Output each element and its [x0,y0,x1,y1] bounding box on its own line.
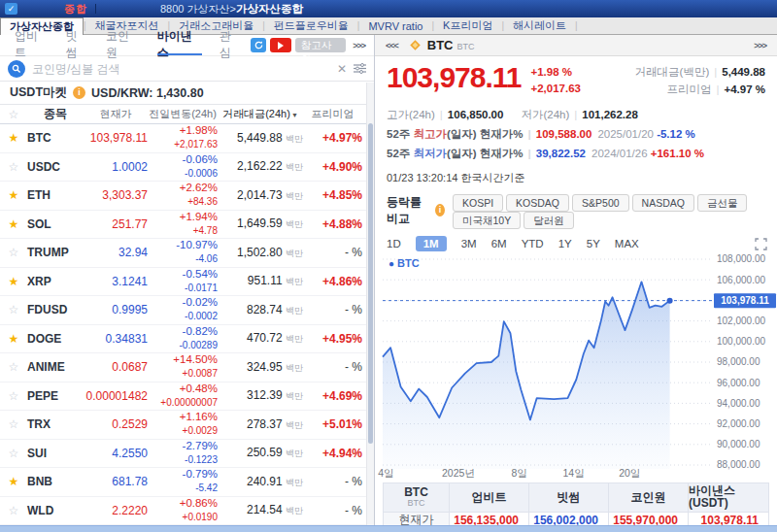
expand-right-icon[interactable]: >>> [754,41,766,50]
window-bottom-edge [0,525,777,532]
coin-symbol: PEPE [27,389,84,403]
range-ytd[interactable]: YTD [522,236,544,251]
tab-7[interactable]: 해시레이트 [504,17,575,34]
favorite-star[interactable]: ☆ [0,160,27,174]
coin-row[interactable]: ☆WLD2.2220+0.86%+0.0190214.54 백만- % [0,497,366,526]
filter-icon[interactable] [354,63,366,74]
exchange-subtab-bar: 업비트빗썸코인원바이낸스관심 참고사항 >>> [0,35,374,56]
compare-row: 등락률비교 i KOSPIKOSDAQS&P500NASDAQ금선물미국채10Y… [375,185,777,232]
fullscreen-icon[interactable] [755,238,767,250]
coin-symbol: ANIME [27,360,84,374]
exchange-col-4[interactable]: 바이낸스(USDT) [689,483,768,513]
coin-symbol: SUI [27,447,84,460]
favorite-star[interactable]: ★ [0,475,27,488]
favorite-star[interactable]: ★ [0,332,27,346]
tab-5[interactable]: MVRV ratio [359,17,431,34]
subtab-5[interactable]: 관심 [220,35,242,55]
coin-volume: 1,502.80 백만 [218,246,303,260]
compare-chip-7[interactable]: 달러원 [524,212,574,229]
coin-row[interactable]: ★BTC103,978.11+1.98%+2,017.635,449.88 백만… [0,124,366,153]
range-3m[interactable]: 3M [461,236,477,251]
window-title-path: 8800 가상자산> [160,3,236,15]
favorite-star[interactable]: ★ [0,275,27,288]
volume-value: 1,502.80 [237,246,286,259]
change-pct: -0.82% [183,325,218,337]
compare-chip-1[interactable]: KOSPI [453,194,503,212]
compare-chip-4[interactable]: NASDAQ [632,194,694,212]
header-volume[interactable]: 거래대금(24h)▼ [218,107,303,121]
range-5y[interactable]: 5Y [587,236,600,251]
range-1y[interactable]: 1Y [558,236,572,251]
subtab-3[interactable]: 코인원 [106,35,140,55]
favorite-star[interactable]: ★ [0,131,27,145]
header-change[interactable]: 전일변동(24h) [148,108,218,120]
price-chart[interactable]: ● BTC 108,000.00106,000.00104,000.00102,… [375,253,777,479]
coin-row[interactable]: ☆TRUMP32.94-10.97%-4.061,502.80 백만- % [0,239,366,268]
clear-search-icon[interactable]: ✕ [337,62,347,76]
exchange-col-3[interactable]: 코인원 [609,483,689,513]
compare-chip-2[interactable]: KOSDAQ [506,194,569,212]
tab-4[interactable]: 펀드플로우비율 [265,17,357,34]
header-symbol[interactable]: 종목 [27,106,84,122]
range-1d[interactable]: 1D [387,236,401,251]
compare-chip-3[interactable]: S&P500 [572,194,629,212]
coin-row[interactable]: ★ETH3,303.37+2.62%+84.362,014.73 백만+4.85… [0,182,366,211]
coin-row[interactable]: ☆FDUSD0.9995-0.02%-0.0002828.74 백만- % [0,296,366,325]
change-pct: +1.16% [180,411,218,422]
subtab-2[interactable]: 빗썸 [66,35,88,55]
change-pct: -0.79% [183,468,218,480]
coin-row[interactable]: ☆USDC1.0002-0.06%-0.00062,162.22 백만+4.90… [0,153,366,183]
header-premium[interactable]: 프리미엄 [303,107,366,121]
coin-row[interactable]: ☆SUI4.2550-2.79%-0.1223250.59 백만+4.94% [0,440,366,469]
search-input[interactable] [32,62,330,76]
coin-row[interactable]: ★XRP3.1241-0.54%-0.0171951.11 백만+4.86% [0,268,366,297]
coin-row[interactable]: ☆TRX0.2529+1.16%+0.0029278.37 백만+5.01% [0,411,366,440]
volume-unit: 백만 [286,306,303,316]
y-axis-label: 90,000.00 [717,439,760,449]
favorite-star[interactable]: ☆ [0,447,27,460]
exchange-col-2[interactable]: 빗썸 [529,483,609,513]
range-1m[interactable]: 1M [416,236,447,251]
favorite-star[interactable]: ☆ [0,246,27,259]
tab-6[interactable]: K프리미엄 [434,17,501,34]
favorite-star[interactable]: ☆ [0,504,27,517]
favorite-star[interactable]: ☆ [0,417,27,431]
favorite-star[interactable]: ☆ [0,360,27,374]
favorite-header-icon[interactable]: ☆ [0,108,27,121]
notice-button[interactable]: 참고사항 [295,38,347,52]
change-pct: -0.06% [183,153,218,165]
range-max[interactable]: MAX [615,236,639,251]
chart-legend: ● BTC [388,257,420,269]
favorite-star[interactable]: ☆ [0,303,27,316]
wk52-label-post: (일자) 현재가% [447,128,524,140]
coin-row[interactable]: ☆ANIME0.0687+14.50%+0.0087324.95 백만- % [0,353,366,382]
week52-high-row: 52주 최고가(일자) 현재가%|109,588.002025/01/20 -5… [387,127,765,142]
favorite-star[interactable]: ☆ [0,389,27,403]
range-6m[interactable]: 6M [491,236,507,251]
compare-chip-5[interactable]: 금선물 [697,194,748,212]
coin-row[interactable]: ★SOL251.77+1.94%+4.781,649.59 백만+4.88% [0,211,366,240]
expand-left-icon[interactable]: <<< [386,41,398,50]
refresh-icon [253,40,264,50]
play-icon [278,42,284,50]
scrollbar-track[interactable] [366,83,374,525]
exchange-col-1[interactable]: 업비트 [450,483,529,513]
header-price[interactable]: 현재가 [84,107,148,121]
high-label: 고가(24h) [387,109,435,120]
favorite-star[interactable]: ★ [0,217,27,231]
subtab-1[interactable]: 업비트 [15,35,49,55]
coin-change: +1.98%+2,017.63 [148,124,218,151]
coin-row[interactable]: ★BNB681.78-0.79%-5.42240.91 백만- % [0,468,366,497]
collapse-left-icon[interactable]: >>> [353,41,365,50]
compare-chip-6[interactable]: 미국채10Y [453,212,521,229]
scrollbar-thumb[interactable] [368,123,373,444]
youtube-button[interactable] [270,38,290,52]
coin-row[interactable]: ★DOGE0.34831-0.82%-0.00289470.72 백만+4.95… [0,325,366,354]
wk52-high-pct: -5.12 % [657,128,695,140]
coin-row[interactable]: ☆PEPE0.00001482+0.48%+0.00000007312.39 백… [0,382,366,412]
favorite-star[interactable]: ★ [0,188,27,202]
refresh-button[interactable] [251,38,266,52]
subtab-4[interactable]: 바이낸스 [157,35,202,55]
compare-info-icon[interactable]: i [435,204,445,216]
info-icon[interactable]: i [73,86,85,99]
